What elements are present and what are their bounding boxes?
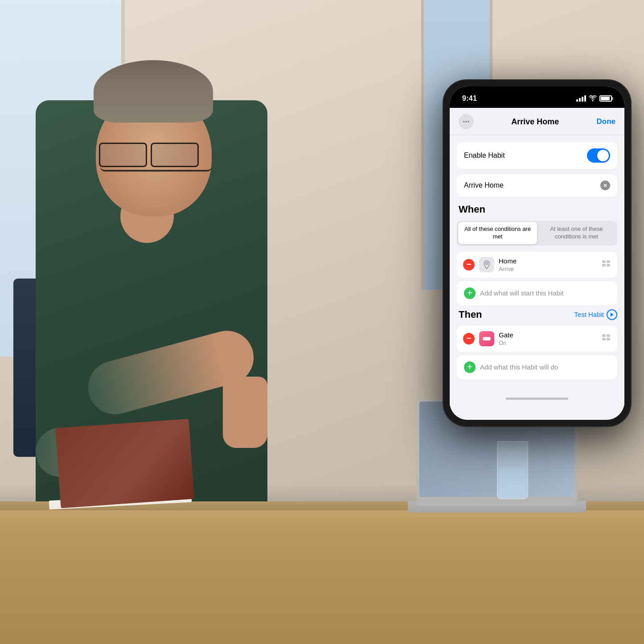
minus-icon: − bbox=[467, 260, 472, 268]
trigger-item[interactable]: − Home Arrive bbox=[457, 252, 617, 278]
trigger-item-name: Home bbox=[499, 257, 597, 265]
status-icons bbox=[576, 95, 612, 102]
location-icon-container bbox=[479, 257, 494, 272]
svg-rect-8 bbox=[607, 264, 610, 267]
signal-bar-1 bbox=[576, 99, 578, 102]
more-icon bbox=[463, 118, 470, 125]
svg-rect-6 bbox=[607, 260, 610, 263]
done-button[interactable]: Done bbox=[596, 117, 615, 126]
svg-point-1 bbox=[464, 121, 465, 123]
remove-trigger-button[interactable]: − bbox=[463, 259, 475, 271]
clear-name-button[interactable]: × bbox=[600, 180, 610, 190]
any-condition-option[interactable]: At least one of these conditions is met bbox=[537, 222, 616, 244]
drag-icon bbox=[601, 259, 611, 267]
battery-tip bbox=[612, 97, 613, 100]
plus-icon-trigger: + bbox=[467, 288, 472, 297]
wifi-icon bbox=[589, 95, 597, 102]
plus-icon-action: + bbox=[467, 362, 472, 371]
gate-icon-container bbox=[479, 331, 494, 346]
svg-point-10 bbox=[487, 337, 490, 340]
signal-bar-4 bbox=[584, 95, 586, 102]
phone-container: 9:41 bbox=[443, 80, 631, 426]
enable-habit-toggle[interactable] bbox=[587, 148, 610, 163]
add-trigger-button[interactable]: + bbox=[464, 287, 476, 299]
person-hand bbox=[223, 377, 267, 448]
svg-rect-7 bbox=[602, 264, 606, 267]
add-trigger-row[interactable]: + Add what will start this Habit bbox=[457, 281, 617, 305]
svg-rect-5 bbox=[602, 260, 606, 263]
when-title: When bbox=[457, 204, 617, 215]
drag-handle-trigger[interactable] bbox=[601, 259, 611, 270]
phone-device: 9:41 bbox=[443, 80, 631, 426]
test-habit-button[interactable]: Test Habit bbox=[574, 309, 617, 320]
add-trigger-label: Add what will start this Habit bbox=[480, 289, 564, 297]
add-action-button[interactable]: + bbox=[464, 361, 476, 373]
habit-name-row[interactable]: Arrive Home × bbox=[457, 174, 617, 197]
home-indicator bbox=[450, 390, 624, 408]
glasses-right bbox=[151, 143, 199, 167]
navigation-bar: Arrive Home Done bbox=[450, 108, 624, 135]
enable-habit-label: Enable Habit bbox=[464, 152, 505, 160]
app-content: Arrive Home Done Enable Habit bbox=[450, 108, 624, 420]
gate-icon bbox=[482, 335, 491, 342]
desk-surface bbox=[0, 501, 644, 644]
all-conditions-label: All of these conditions are met bbox=[464, 226, 531, 240]
clear-icon: × bbox=[603, 182, 607, 189]
home-bar bbox=[506, 398, 568, 400]
svg-rect-11 bbox=[602, 334, 606, 337]
svg-rect-14 bbox=[607, 338, 610, 340]
svg-point-4 bbox=[486, 262, 488, 264]
water-level bbox=[499, 468, 526, 499]
enable-habit-row: Enable Habit bbox=[457, 142, 617, 169]
trigger-item-subtitle: Arrive bbox=[499, 266, 597, 272]
signal-bar-3 bbox=[582, 97, 583, 102]
content-area: Enable Habit Arrive Home × When bbox=[450, 135, 624, 390]
add-action-row[interactable]: + Add what this Habit will do bbox=[457, 355, 617, 379]
remove-action-button[interactable]: − bbox=[463, 333, 475, 345]
minus-icon-action: − bbox=[467, 334, 472, 342]
toggle-knob bbox=[597, 150, 609, 161]
battery-fill bbox=[601, 97, 610, 100]
nav-title: Arrive Home bbox=[511, 117, 559, 127]
dynamic-island bbox=[510, 93, 564, 107]
then-title: Then bbox=[459, 309, 482, 320]
drag-handle-action[interactable] bbox=[601, 333, 611, 344]
person-hair bbox=[94, 60, 213, 123]
svg-point-3 bbox=[468, 121, 469, 123]
play-icon bbox=[610, 312, 614, 317]
status-bar: 9:41 bbox=[450, 86, 624, 108]
action-item-subtitle: On bbox=[499, 340, 597, 346]
add-action-label: Add what this Habit will do bbox=[480, 363, 558, 371]
water-glass bbox=[497, 441, 528, 499]
back-button[interactable] bbox=[459, 114, 474, 129]
then-header: Then Test Habit bbox=[457, 309, 617, 320]
trigger-item-text: Home Arrive bbox=[499, 257, 597, 272]
location-icon bbox=[483, 260, 491, 269]
any-condition-label: At least one of these conditions is met bbox=[550, 226, 603, 240]
svg-rect-12 bbox=[607, 334, 610, 337]
svg-rect-13 bbox=[602, 338, 606, 340]
phone-screen: 9:41 bbox=[450, 86, 624, 420]
action-item[interactable]: − Gate On bbox=[457, 326, 617, 352]
status-time: 9:41 bbox=[462, 94, 477, 103]
battery-icon bbox=[599, 95, 612, 102]
drag-icon-action bbox=[601, 333, 611, 341]
habit-name-value: Arrive Home bbox=[464, 181, 504, 189]
play-circle bbox=[607, 309, 617, 320]
test-habit-label: Test Habit bbox=[574, 311, 604, 318]
svg-point-0 bbox=[592, 100, 594, 102]
all-conditions-option[interactable]: All of these conditions are met bbox=[458, 222, 537, 244]
svg-point-2 bbox=[466, 121, 467, 123]
notebook bbox=[55, 419, 194, 508]
signal-icon bbox=[576, 95, 586, 102]
action-item-name: Gate bbox=[499, 331, 597, 339]
signal-bar-2 bbox=[579, 98, 581, 102]
glasses-left bbox=[99, 143, 147, 167]
action-item-text: Gate On bbox=[499, 331, 597, 346]
conditions-toggle: All of these conditions are met At least… bbox=[457, 221, 617, 246]
